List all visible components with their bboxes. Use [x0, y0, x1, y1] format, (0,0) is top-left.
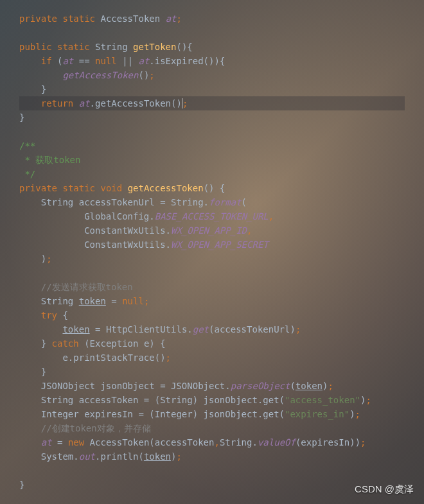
code-line: } — [19, 84, 46, 94]
code-line: ConstantWxUtils.WX_OPEN_APP_SECRET — [19, 239, 269, 250]
code-line: try { — [19, 310, 68, 320]
code-line: Integer expiresIn = (Integer) jsonObject… — [19, 409, 360, 419]
code-editor[interactable]: private static AccessToken at; public st… — [0, 0, 424, 503]
code-line: JSONObject jsonObject = JSONObject.parse… — [19, 381, 333, 391]
code-line: private static AccessToken at; — [19, 13, 182, 24]
code-line: getAccessToken(); — [19, 70, 155, 80]
comment: /** — [19, 141, 35, 151]
code-line: if (at == null || at.isExpired()){ — [19, 56, 225, 66]
current-line: return at.getAccessToken(); — [19, 96, 405, 110]
comment: */ — [19, 169, 35, 179]
code-line: } — [19, 112, 24, 123]
comment: * 获取token — [19, 155, 80, 165]
watermark: CSDN @虞泽 — [355, 482, 414, 496]
code-line: ); — [19, 254, 52, 264]
code-line: GlobalConfig.BASE_ACCESS_TOKEN_URL, — [19, 211, 274, 222]
code-line: } — [19, 480, 24, 490]
code-line: ConstantWxUtils.WX_OPEN_APP_ID, — [19, 225, 252, 236]
comment: //发送请求获取token — [19, 282, 133, 292]
code-line: token = HttpClientUtils.get(accessTokenU… — [19, 324, 301, 335]
code-line: String token = null; — [19, 296, 149, 306]
code-line: System.out.println(token); — [19, 451, 182, 462]
code-line: } — [19, 367, 46, 377]
code-line: at = new AccessToken(accessToken,String.… — [19, 437, 366, 448]
code-line: e.printStackTrace(); — [19, 352, 171, 363]
code-line: String accessTokenUrl = String.format( — [19, 197, 247, 207]
code-line: private static void getAccessToken() { — [19, 183, 225, 193]
code-line: } catch (Exception e) { — [19, 338, 166, 349]
comment: //创建token对象，并存储 — [19, 423, 151, 433]
code-line: String accessToken = (String) jsonObject… — [19, 395, 371, 405]
code-line: public static String getToken(){ — [19, 42, 193, 52]
